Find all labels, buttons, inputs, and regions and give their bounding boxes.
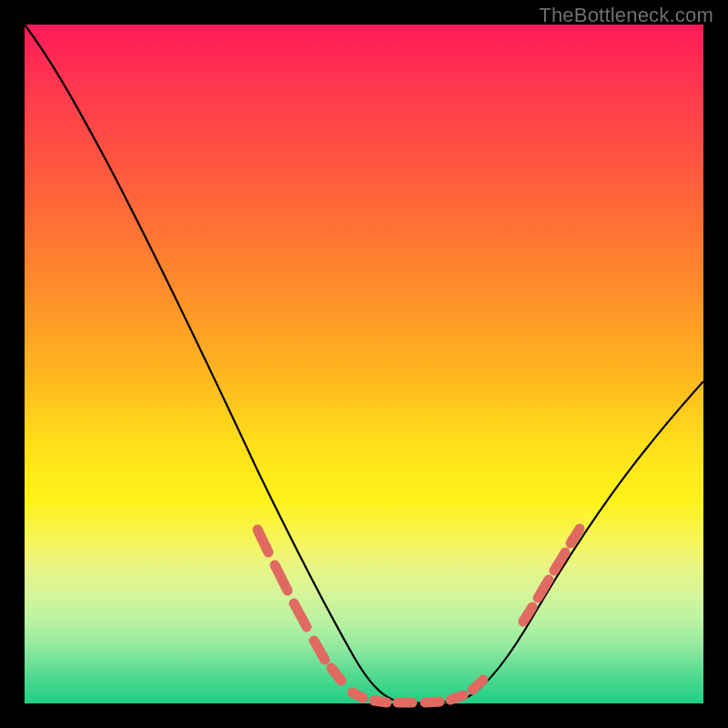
svg-line-6 <box>374 701 387 703</box>
marker-cluster-left <box>258 530 341 681</box>
svg-line-9 <box>450 695 463 700</box>
chart-frame: TheBottleneck.com <box>0 0 728 728</box>
svg-line-4 <box>331 668 341 681</box>
watermark-text: TheBottleneck.com <box>539 4 713 27</box>
svg-line-3 <box>314 641 325 660</box>
svg-line-2 <box>294 603 307 627</box>
svg-line-14 <box>571 529 580 543</box>
curve-path <box>25 25 703 703</box>
chart-svg <box>25 25 703 703</box>
svg-line-10 <box>472 680 483 690</box>
svg-line-0 <box>258 530 268 552</box>
svg-line-5 <box>352 693 363 698</box>
svg-line-12 <box>538 580 549 598</box>
marker-cluster-right <box>523 529 580 622</box>
svg-line-1 <box>275 565 288 591</box>
svg-line-8 <box>425 702 440 703</box>
